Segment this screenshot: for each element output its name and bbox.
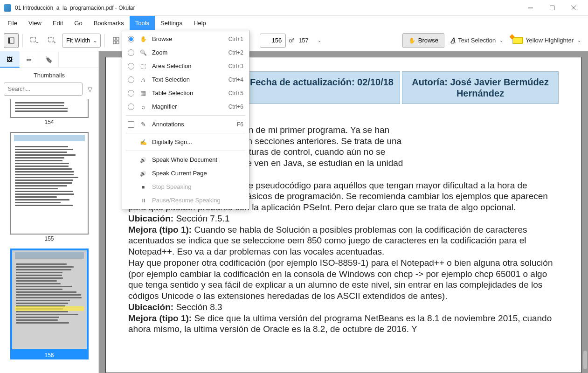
text-selection-tool-button[interactable]: A̲ Text Selection ⌄ bbox=[447, 33, 506, 48]
pencil-icon bbox=[27, 55, 32, 64]
stop-icon bbox=[142, 183, 145, 190]
sidebar-tab-annotations[interactable] bbox=[20, 51, 39, 68]
tools-menu-speak-current-page[interactable]: Speak Current Page bbox=[122, 166, 249, 180]
tools-menu-stop-speaking: Stop Speaking bbox=[122, 180, 249, 193]
page-nav-dropdown[interactable]: ⌄ bbox=[311, 33, 326, 48]
toggle-sidebar-button[interactable] bbox=[4, 33, 19, 48]
text-selection-icon: A̲ bbox=[450, 36, 455, 44]
speak-icon bbox=[140, 156, 146, 163]
doc-header-cell-3: Autoría: José Javier Bermúdez Hernández bbox=[402, 71, 559, 104]
close-button[interactable] bbox=[563, 0, 584, 16]
menu-go[interactable]: Go bbox=[69, 16, 88, 30]
tools-menu-browse[interactable]: BrowseCtrl+1 bbox=[122, 32, 249, 46]
svg-text:+: + bbox=[54, 40, 56, 45]
tools-menu-annotations[interactable]: AnnotationsF6 bbox=[122, 117, 249, 131]
menu-tools[interactable]: Tools bbox=[130, 16, 155, 30]
thumbnail-page-155[interactable]: 155 bbox=[5, 132, 94, 243]
tools-menu-pause-resume-speaking: Pause/Resume Speaking bbox=[122, 193, 249, 207]
sign-icon bbox=[140, 138, 147, 145]
menu-view[interactable]: View bbox=[23, 16, 47, 30]
mag-icon bbox=[141, 103, 145, 111]
svg-rect-5 bbox=[8, 38, 10, 43]
tools-menu-table-selection[interactable]: Table SelectionCtrl+5 bbox=[122, 86, 249, 100]
svg-rect-8 bbox=[48, 37, 53, 42]
minimize-button[interactable] bbox=[520, 0, 541, 16]
tools-menu-digitally-sign-[interactable]: Digitally Sign... bbox=[122, 135, 249, 149]
bookmark-icon bbox=[45, 55, 53, 64]
hand-icon bbox=[140, 35, 147, 42]
tools-menu-text-selection[interactable]: Text SelectionCtrl+4 bbox=[122, 73, 249, 86]
page-number-input[interactable] bbox=[260, 34, 286, 48]
doc-header-cell-2: Fecha de actualización: 02/10/18 bbox=[243, 71, 400, 104]
menu-bookmarks[interactable]: Bookmarks bbox=[88, 16, 130, 30]
menu-help[interactable]: Help bbox=[188, 16, 212, 30]
image-icon bbox=[7, 55, 13, 63]
svg-rect-12 bbox=[113, 41, 116, 44]
zoom-icon bbox=[140, 49, 147, 56]
table-icon bbox=[140, 90, 146, 97]
filter-button[interactable] bbox=[85, 84, 95, 94]
sidebar: Thumbnails 154155156 bbox=[0, 51, 99, 373]
menu-edit[interactable]: Edit bbox=[47, 16, 69, 30]
browse-tool-button[interactable]: Browse bbox=[402, 33, 444, 48]
chevron-down-icon: ⌄ bbox=[499, 38, 503, 43]
zoom-mode-select[interactable]: Fit Width bbox=[62, 34, 101, 48]
chevron-down-icon: ⌄ bbox=[577, 38, 581, 43]
textsel-icon bbox=[141, 76, 145, 83]
menu-bar: FileViewEditGoBookmarksToolsSettingsHelp bbox=[0, 16, 588, 30]
highlighter-icon bbox=[512, 37, 523, 44]
tools-menu-magnifier[interactable]: MagnifierCtrl+6 bbox=[122, 100, 249, 113]
tools-menu-dropdown: BrowseCtrl+1ZoomCtrl+2Area SelectionCtrl… bbox=[122, 30, 249, 209]
svg-rect-11 bbox=[117, 37, 119, 40]
thumbnail-search-input[interactable] bbox=[4, 83, 83, 96]
maximize-button[interactable] bbox=[541, 0, 563, 16]
funnel-icon bbox=[88, 85, 92, 93]
thumbnail-page-154[interactable]: 154 bbox=[5, 99, 94, 126]
vertical-scrollbar[interactable] bbox=[582, 57, 587, 373]
svg-rect-1 bbox=[550, 6, 554, 10]
window-title: 01 Introducción_a_la_programación.pdf - … bbox=[15, 5, 520, 11]
scrollbar-thumb[interactable] bbox=[583, 351, 587, 369]
svg-rect-6 bbox=[31, 37, 35, 42]
zoom-out-button[interactable]: − bbox=[27, 33, 42, 48]
thumbnail-page-156[interactable]: 156 bbox=[5, 249, 94, 359]
svg-text:−: − bbox=[36, 40, 38, 45]
menu-file[interactable]: File bbox=[2, 16, 23, 30]
tools-menu-speak-whole-document[interactable]: Speak Whole Document bbox=[122, 153, 249, 166]
page-of-label: of bbox=[289, 37, 294, 44]
sidebar-tab-thumbnails[interactable] bbox=[0, 51, 20, 68]
zoom-in-button[interactable]: + bbox=[44, 33, 59, 48]
toolbar: − + Fit Width of 157 ⌄ Browse A̲ Text Se… bbox=[0, 30, 588, 51]
hand-icon bbox=[408, 37, 415, 44]
sidebar-tab-bookmarks[interactable] bbox=[39, 51, 59, 68]
highlighter-tool-button[interactable]: Yellow Highlighter ⌄ bbox=[509, 33, 584, 48]
sidebar-title: Thumbnails bbox=[0, 68, 98, 83]
app-icon bbox=[4, 4, 11, 12]
area-icon bbox=[140, 62, 146, 69]
thumbnail-list: 154155156 bbox=[0, 99, 98, 373]
title-bar: 01 Introducción_a_la_programación.pdf - … bbox=[0, 0, 588, 16]
speak-icon bbox=[140, 170, 146, 177]
svg-rect-13 bbox=[117, 41, 119, 44]
pen-icon bbox=[141, 121, 146, 128]
tools-menu-zoom[interactable]: ZoomCtrl+2 bbox=[122, 46, 249, 59]
menu-settings[interactable]: Settings bbox=[155, 16, 188, 30]
tools-menu-area-selection[interactable]: Area SelectionCtrl+3 bbox=[122, 59, 249, 73]
pause-icon bbox=[141, 197, 146, 204]
page-total-label: 157 bbox=[298, 37, 309, 44]
svg-rect-10 bbox=[113, 37, 116, 40]
